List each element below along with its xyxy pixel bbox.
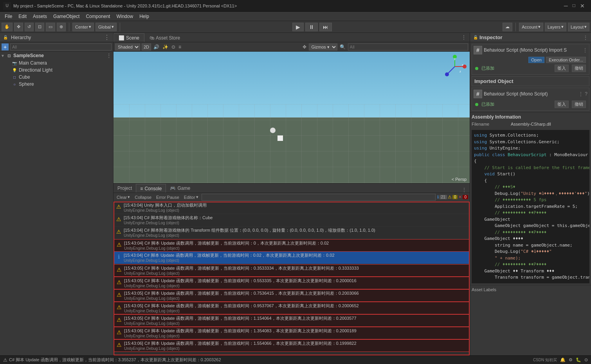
rotate-tool-btn[interactable]: ↺ bbox=[25, 23, 34, 31]
notify-icon[interactable]: 🔔 bbox=[560, 357, 566, 362]
global-btn[interactable]: Global ▾ bbox=[95, 23, 117, 31]
script2-help-icon[interactable]: ? bbox=[585, 91, 587, 97]
settings-icon[interactable]: ⚙ bbox=[569, 357, 573, 362]
hierarchy-item-main-camera[interactable]: ▶ 📷 Main Camera bbox=[0, 59, 113, 67]
bottom-tabs-menu[interactable]: ⋮ bbox=[459, 187, 470, 193]
hierarchy-lock-icon[interactable]: 🔓 bbox=[3, 35, 8, 40]
hand-tool-btn[interactable]: ✋ bbox=[2, 23, 13, 31]
console-row-11[interactable]: ⚠[15:43:06] C# 脚本 Update 函数调用，游戏帧更新，当前游戏… bbox=[114, 339, 470, 352]
maximize-btn[interactable]: □ bbox=[573, 3, 575, 9]
scene-menu-btn[interactable]: ⋮ bbox=[106, 52, 112, 59]
search-icon[interactable]: 🔍 bbox=[340, 44, 346, 50]
editor-dropdown[interactable]: Editor ▾ bbox=[182, 194, 200, 200]
gizmos-select[interactable]: Gizmos ▾ bbox=[309, 43, 337, 50]
code-line-9: { bbox=[474, 178, 587, 184]
console-row-1[interactable]: ⚠[15:43:04] C# 脚本附着游戏物体的名称：CubeUnityEngi… bbox=[114, 214, 470, 227]
console-search-input[interactable] bbox=[202, 194, 436, 201]
console-row-10[interactable]: ⚠[15:43:06] C# 脚本 Update 函数调用，游戏帧更新，当前游戏… bbox=[114, 327, 470, 339]
console-row-3[interactable]: ⚠[15:43:04] C# 脚本 Update 函数调用，游戏帧更新，当前游戏… bbox=[114, 239, 470, 252]
menu-gameobject[interactable]: GameObject bbox=[50, 13, 83, 20]
csdn-label: CSDN 知初买 bbox=[533, 357, 557, 363]
inspector-code-block: using System.Collections; using System.C… bbox=[472, 130, 589, 283]
shaded-select[interactable]: Shaded bbox=[115, 43, 140, 50]
menu-window[interactable]: Window bbox=[113, 13, 136, 20]
rect-tool-btn[interactable]: ▭ bbox=[46, 23, 55, 31]
scene-search-input[interactable] bbox=[348, 43, 468, 50]
scene-viewport[interactable]: z x y < Persp bbox=[114, 52, 470, 183]
console-row-6[interactable]: ⚠[15:43:05] C# 脚本 Update 函数调用，游戏帧更新，当前游戏… bbox=[114, 277, 470, 289]
console-row-8[interactable]: ⚠[15:43:05] C# 脚本 Update 函数调用，游戏帧更新，当前游戏… bbox=[114, 302, 470, 314]
hierarchy-item-sphere[interactable]: ▶ ○ Sphere bbox=[0, 81, 113, 88]
console-row-icon-11: ⚠ bbox=[115, 341, 123, 348]
console-row-9[interactable]: ⚠[15:43:05] C# 脚本 Update 函数调用，游戏帧更新，当前游戏… bbox=[114, 314, 470, 327]
revert-btn-2[interactable]: 撤销 bbox=[572, 101, 586, 108]
close-btn[interactable]: ✕ bbox=[580, 3, 585, 9]
collab-btn[interactable]: ☁ bbox=[503, 23, 512, 31]
menu-edit[interactable]: Edit bbox=[15, 13, 30, 20]
signin-btn-2[interactable]: 签入 bbox=[555, 101, 569, 108]
scale-tool-btn[interactable]: ⊡ bbox=[35, 23, 44, 31]
clear-dropdown[interactable]: Clear ▾ bbox=[115, 194, 132, 200]
inspector-menu-btn[interactable]: ⋮ bbox=[583, 35, 588, 40]
scene-tabs-menu[interactable]: ⋮ bbox=[458, 32, 470, 42]
script-card-1-menu[interactable]: ⋮ bbox=[583, 47, 587, 53]
status-warn-icon: ⚠ bbox=[3, 357, 7, 363]
layout-btn[interactable]: Layout ▾ bbox=[568, 23, 589, 31]
2d-btn[interactable]: 2D bbox=[142, 43, 151, 50]
console-row-text-5: [15:43:05] C# 脚本 Update 函数调用，游戏帧更新，当前游戏时… bbox=[124, 265, 468, 276]
play-btn[interactable]: ▶ bbox=[292, 23, 304, 31]
menu-assets[interactable]: Assets bbox=[30, 13, 50, 20]
fx-icon[interactable]: ✨ bbox=[162, 44, 168, 50]
account-btn[interactable]: Account ▾ bbox=[519, 23, 543, 31]
execution-order-btn[interactable]: Execution Order... bbox=[546, 57, 586, 63]
hierarchy-add-btn[interactable]: + bbox=[2, 43, 9, 50]
hierarchy-search-input[interactable] bbox=[10, 43, 112, 50]
console-row-text-3: [15:43:04] C# 脚本 Update 函数调用，游戏帧更新，当前游戏时… bbox=[124, 240, 468, 250]
tab-asset-store[interactable]: 🛍 Asset Store bbox=[144, 33, 185, 42]
hierarchy-scene[interactable]: ▼ ⊡ SampleScene ⋮ bbox=[0, 52, 113, 59]
audio-icon[interactable]: 🔊 bbox=[153, 44, 159, 50]
console-row-icon-0: ⚠ bbox=[115, 203, 122, 210]
console-row-0[interactable]: ⚠[15:43:04] Unity 脚本入口，启动加载时调用UnityEngin… bbox=[114, 202, 470, 214]
hierarchy-item-cube[interactable]: ▶ □ Cube bbox=[0, 74, 113, 81]
collapse-btn[interactable]: Collapse bbox=[133, 195, 153, 200]
move-icon[interactable]: ✥ bbox=[303, 44, 306, 50]
console-row-4[interactable]: ℹ[15:43:04] C# 脚本 Update 函数调用，游戏帧更新，当前游戏… bbox=[114, 252, 470, 264]
hierarchy-item-directional-light[interactable]: ▶ 💡 Directional Light bbox=[0, 67, 113, 74]
menu-component[interactable]: Component bbox=[83, 13, 113, 20]
hierarchy-content: ▼ ⊡ SampleScene ⋮ ▶ 📷 Main Camera ▶ 💡 Di… bbox=[0, 52, 113, 355]
revert-btn-1[interactable]: 撤销 bbox=[572, 65, 586, 72]
translate-tool-btn[interactable]: ✥ bbox=[14, 23, 23, 31]
toolbar-center: ▶ ⏸ ⏭ bbox=[123, 23, 501, 31]
scene-tabs: ⬜ Scene 🛍 Asset Store ⋮ bbox=[114, 33, 470, 42]
console-counts: ℹ 21 ⚠ 0 ✕ 0 bbox=[437, 195, 468, 200]
scene-persp-label: < Persp bbox=[452, 177, 467, 182]
pause-btn[interactable]: ⏸ bbox=[305, 23, 318, 31]
bug-icon[interactable]: 🐛 bbox=[576, 357, 581, 362]
signin-btn-1[interactable]: 签入 bbox=[555, 65, 569, 72]
menu-file[interactable]: File bbox=[2, 13, 15, 20]
tab-game[interactable]: 🎮 Game bbox=[166, 184, 194, 193]
transform-tool-btn[interactable]: ⊕ bbox=[57, 23, 66, 31]
layers-btn[interactable]: Layers ▾ bbox=[545, 23, 566, 31]
scene-icon2[interactable]: ⊙ bbox=[171, 44, 175, 50]
center-btn[interactable]: Center ▾ bbox=[72, 23, 94, 31]
open-btn[interactable]: Open bbox=[528, 57, 544, 63]
inspector-lock-icon[interactable]: 🔓 bbox=[473, 35, 478, 40]
console-row-icon-4: ℹ bbox=[115, 253, 122, 260]
console-row-7[interactable]: ⚠[15:43:05] C# 脚本 Update 函数调用，游戏帧更新，当前游戏… bbox=[114, 289, 470, 302]
circle-icon[interactable]: ⊙ bbox=[584, 357, 588, 362]
console-row-2[interactable]: ⚠[15:43:04] C# 脚本附着游戏物体的 Transform 组件数据 … bbox=[114, 227, 470, 239]
console-row-text-8: [15:43:05] C# 脚本 Update 函数调用，游戏帧更新，当前游戏时… bbox=[124, 303, 468, 313]
hierarchy-menu-btn[interactable]: ⋮ bbox=[104, 34, 110, 41]
minimize-btn[interactable]: ─ bbox=[564, 3, 568, 9]
script-card-2-menu[interactable]: ⋮ bbox=[578, 91, 583, 97]
console-row-5[interactable]: ⚠[15:43:05] C# 脚本 Update 函数调用，游戏帧更新，当前游戏… bbox=[114, 264, 470, 277]
tab-project[interactable]: Project bbox=[114, 184, 136, 193]
tab-scene[interactable]: ⬜ Scene bbox=[114, 33, 144, 42]
tab-console[interactable]: ≡ Console bbox=[136, 184, 166, 193]
error-pause-btn[interactable]: Error Pause bbox=[155, 195, 181, 200]
step-btn[interactable]: ⏭ bbox=[319, 23, 332, 31]
menu-help[interactable]: Help bbox=[136, 13, 152, 20]
scene-icon3[interactable]: ≡ bbox=[178, 44, 181, 50]
